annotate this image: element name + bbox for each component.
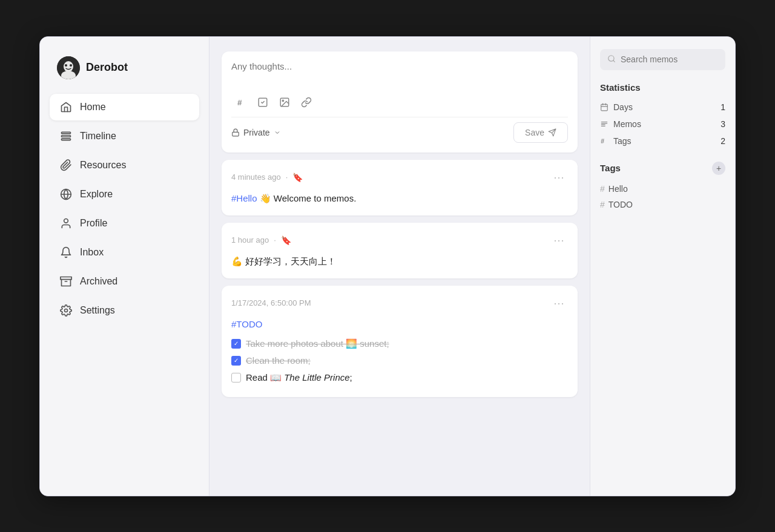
todo-item-2: ✓ Clean the room; bbox=[231, 353, 568, 368]
sidebar-item-profile-label: Profile bbox=[80, 218, 107, 229]
memo-more-3[interactable]: ⋯ bbox=[550, 295, 568, 311]
sidebar-item-explore[interactable]: Explore bbox=[50, 181, 199, 208]
tag-label-todo: TODO bbox=[608, 200, 633, 209]
add-tag-button[interactable]: + bbox=[712, 162, 725, 175]
compose-footer: Private Save bbox=[231, 117, 568, 143]
search-box bbox=[600, 49, 725, 70]
save-label: Save bbox=[525, 128, 544, 137]
privacy-label: Private bbox=[243, 128, 270, 137]
todo-checkbox-checked-2[interactable]: ✓ bbox=[231, 356, 241, 366]
svg-point-4 bbox=[70, 64, 72, 67]
stat-memos-count: 3 bbox=[721, 119, 725, 129]
memo-content-2: 💪 好好学习，天天向上！ bbox=[231, 254, 568, 269]
todo-item-1: ✓ Take more photos about 🌅 sunset; bbox=[231, 337, 568, 351]
sidebar-item-archived[interactable]: Archived bbox=[50, 268, 199, 295]
memo-card-3: 1/17/2024, 6:50:00 PM ⋯ #TODO ✓ Take mor… bbox=[222, 286, 578, 397]
svg-point-10 bbox=[64, 218, 68, 223]
privacy-selector[interactable]: Private bbox=[231, 128, 281, 137]
memo-tag-todo[interactable]: #TODO bbox=[231, 319, 262, 329]
svg-point-13 bbox=[65, 309, 68, 312]
sidebar-item-inbox-label: Inbox bbox=[80, 247, 104, 258]
archived-icon bbox=[59, 275, 73, 288]
compose-box: # bbox=[222, 51, 578, 153]
sidebar-item-home[interactable]: Home bbox=[50, 94, 199, 120]
sidebar-item-resources[interactable]: Resources bbox=[50, 152, 199, 179]
explore-icon bbox=[59, 188, 73, 201]
memo-separator-1: · bbox=[286, 172, 288, 182]
calendar-icon bbox=[600, 103, 608, 111]
sidebar-item-timeline-label: Timeline bbox=[80, 131, 116, 142]
sidebar-item-archived-label: Archived bbox=[80, 276, 117, 287]
memo-content-3: #TODO ✓ Take more photos about 🌅 sunset;… bbox=[231, 317, 568, 385]
stat-tags-left: # Tags bbox=[600, 136, 632, 146]
compose-textarea[interactable] bbox=[231, 61, 568, 85]
stat-memos-left: Memos bbox=[600, 119, 641, 129]
tag-button[interactable]: # bbox=[231, 93, 251, 112]
memo-time-3: 1/17/2024, 6:50:00 PM bbox=[231, 298, 311, 307]
svg-rect-6 bbox=[62, 135, 71, 137]
memo-tag-hello[interactable]: #Hello bbox=[231, 193, 257, 203]
stat-days: Days 1 bbox=[600, 99, 725, 116]
checkbox-button[interactable] bbox=[253, 93, 272, 112]
memo-header-2: 1 hour ago · 🔖 ⋯ bbox=[231, 232, 568, 248]
sidebar: Derobot Home Timeline bbox=[40, 37, 209, 496]
tags-title: Tags bbox=[600, 163, 621, 173]
tags-section: Tags + # Hello # TODO bbox=[600, 162, 725, 212]
svg-point-3 bbox=[65, 64, 67, 67]
search-input[interactable] bbox=[621, 54, 718, 64]
todo-checkbox-unchecked-3[interactable] bbox=[231, 373, 241, 383]
save-button[interactable]: Save bbox=[513, 122, 568, 143]
stat-days-label: Days bbox=[613, 102, 633, 112]
sidebar-item-resources-label: Resources bbox=[80, 160, 126, 171]
tag-hash-2: # bbox=[600, 200, 605, 209]
svg-text:#: # bbox=[237, 97, 242, 107]
main-content: # bbox=[209, 37, 590, 496]
right-panel: Statistics Days 1 bbox=[590, 37, 735, 496]
stat-memos-label: Memos bbox=[613, 119, 641, 129]
sidebar-item-profile[interactable]: Profile bbox=[50, 210, 199, 237]
todo-text-2: Clean the room; bbox=[246, 353, 311, 368]
memo-meta-1: 4 minutes ago · 🔖 bbox=[231, 172, 303, 182]
settings-icon bbox=[59, 304, 73, 317]
tag-item-todo[interactable]: # TODO bbox=[600, 197, 725, 212]
bookmark-icon-1[interactable]: 🔖 bbox=[292, 172, 303, 182]
search-icon bbox=[607, 54, 616, 65]
bookmark-icon-2[interactable]: 🔖 bbox=[281, 235, 291, 245]
stat-tags-label: Tags bbox=[613, 136, 632, 146]
app-title: Derobot bbox=[86, 61, 128, 74]
tag-label-hello: Hello bbox=[608, 184, 628, 194]
statistics-title: Statistics bbox=[600, 82, 725, 93]
avatar bbox=[57, 56, 80, 79]
memo-more-1[interactable]: ⋯ bbox=[550, 169, 568, 185]
sidebar-item-settings[interactable]: Settings bbox=[50, 297, 199, 324]
memo-text-2: 💪 好好学习，天天向上！ bbox=[231, 256, 336, 266]
sidebar-item-inbox[interactable]: Inbox bbox=[50, 239, 199, 266]
memo-time-2: 1 hour ago bbox=[231, 235, 269, 245]
tag-stat-icon: # bbox=[600, 137, 608, 145]
memo-separator-2: · bbox=[274, 235, 276, 245]
sidebar-item-explore-label: Explore bbox=[80, 189, 113, 200]
home-icon bbox=[59, 100, 73, 114]
timeline-icon bbox=[59, 130, 73, 143]
memo-text-1: 👋 Welcome to memos. bbox=[260, 193, 357, 203]
statistics-section: Statistics Days 1 bbox=[600, 82, 725, 149]
sidebar-item-timeline[interactable]: Timeline bbox=[50, 123, 199, 149]
todo-text-1: Take more photos about 🌅 sunset; bbox=[246, 337, 389, 351]
todo-checkbox-checked-1[interactable]: ✓ bbox=[231, 339, 241, 349]
memo-more-2[interactable]: ⋯ bbox=[550, 232, 568, 248]
link-button[interactable] bbox=[297, 93, 316, 112]
tag-item-hello[interactable]: # Hello bbox=[600, 181, 725, 197]
sidebar-item-settings-label: Settings bbox=[80, 305, 115, 316]
resources-icon bbox=[59, 159, 73, 172]
memo-card-1: 4 minutes ago · 🔖 ⋯ #Hello 👋 Welcome to … bbox=[222, 160, 578, 215]
memo-time-1: 4 minutes ago bbox=[231, 172, 281, 182]
inbox-icon bbox=[59, 246, 73, 259]
svg-text:#: # bbox=[601, 137, 604, 144]
image-button[interactable] bbox=[275, 93, 294, 112]
memos-icon bbox=[600, 120, 608, 128]
memo-header-3: 1/17/2024, 6:50:00 PM ⋯ bbox=[231, 295, 568, 311]
memo-meta-2: 1 hour ago · 🔖 bbox=[231, 235, 291, 245]
stat-tags-count: 2 bbox=[721, 136, 725, 146]
svg-point-1 bbox=[64, 61, 73, 72]
stat-memos: Memos 3 bbox=[600, 116, 725, 133]
